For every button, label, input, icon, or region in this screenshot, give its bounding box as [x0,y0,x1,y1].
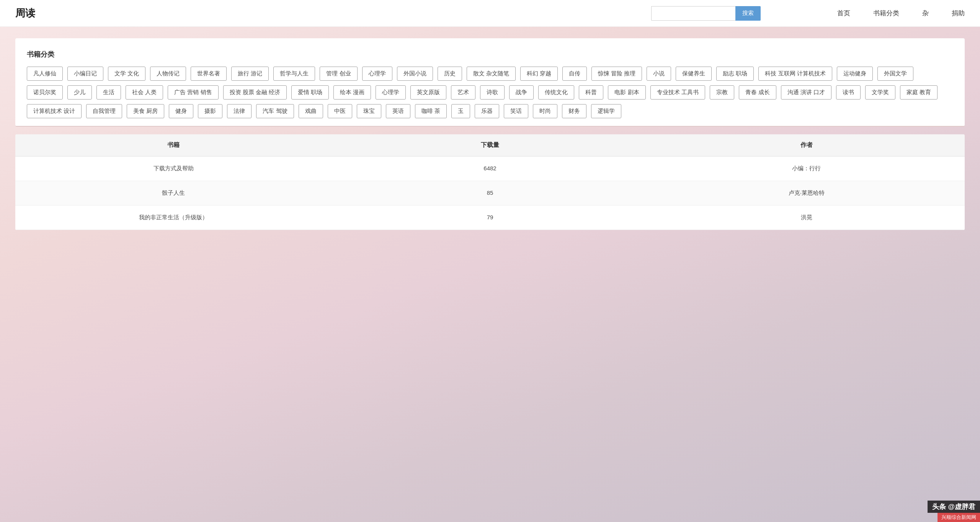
category-tag[interactable]: 戏曲 [299,104,323,118]
category-tag[interactable]: 电影 剧本 [608,85,645,100]
category-tag[interactable]: 逻辑学 [591,104,621,118]
table-header: 书籍 下载量 作者 [15,134,965,157]
category-tag[interactable]: 管理 创业 [320,67,357,81]
cell-book: 骰子人生 [15,181,332,205]
category-tag[interactable]: 科普 [579,85,603,100]
category-tag[interactable]: 家庭 教育 [900,85,938,100]
cell-book: 我的非正常生活（升级版） [15,206,332,230]
site-header: 周读 搜索 首页 书籍分类 杂 捐助 [0,0,980,27]
category-tag[interactable]: 惊悚 冒险 推理 [591,67,642,81]
categories-section: 书籍分类 凡人修仙小编日记文学 文化人物传记世界名著旅行 游记哲学与人生管理 创… [15,38,965,127]
table-row[interactable]: 我的非正常生活（升级版） 79 洪晃 [15,206,965,230]
category-tag[interactable]: 财务 [562,104,586,118]
category-tag[interactable]: 汽车 驾驶 [256,104,294,118]
nav-donate[interactable]: 捐助 [952,9,965,18]
category-tag[interactable]: 笑话 [504,104,528,118]
category-tag[interactable]: 沟通 演讲 口才 [781,85,831,100]
table-row[interactable]: 骰子人生 85 卢克·莱恩哈特 [15,181,965,206]
category-tag[interactable]: 艺术 [451,85,475,100]
category-tag[interactable]: 散文 杂文随笔 [467,67,516,81]
category-tag[interactable]: 小编日记 [67,67,103,81]
search-input[interactable] [651,6,735,21]
category-tag[interactable]: 中医 [328,104,352,118]
category-tag[interactable]: 自我管理 [86,104,122,118]
category-tag[interactable]: 外国文学 [877,67,913,81]
category-tag[interactable]: 励志 职场 [716,67,754,81]
category-tag[interactable]: 凡人修仙 [27,67,63,81]
search-button[interactable]: 搜索 [735,6,761,21]
main-nav: 首页 书籍分类 杂 捐助 [837,9,965,18]
category-tag[interactable]: 自传 [562,67,587,81]
category-tag[interactable]: 生活 [96,85,121,100]
category-tag[interactable]: 少儿 [67,85,92,100]
nav-misc[interactable]: 杂 [922,9,929,18]
col-header-book: 书籍 [15,134,332,156]
category-tag[interactable]: 绘本 漫画 [333,85,371,100]
category-tag[interactable]: 心理学 [362,67,392,81]
cell-downloads: 6482 [332,157,648,181]
category-tag[interactable]: 宗教 [710,85,734,100]
category-tag[interactable]: 广告 营销 销售 [168,85,218,100]
table-row[interactable]: 下载方式及帮助 6482 小编：行行 [15,157,965,181]
category-tag[interactable]: 青春 成长 [739,85,776,100]
category-tag[interactable]: 小说 [647,67,671,81]
category-tag[interactable]: 运动健身 [837,67,873,81]
tags-container: 凡人修仙小编日记文学 文化人物传记世界名著旅行 游记哲学与人生管理 创业心理学外… [27,67,953,118]
cell-author: 小编：行行 [648,157,965,181]
watermark-line1: 头条 @虚胖君 [928,501,980,513]
category-tag[interactable]: 诗歌 [480,85,505,100]
watermark-line2: 兴顺综合新闻网 [938,513,980,522]
category-tag[interactable]: 咖啡 茶 [415,104,447,118]
category-tag[interactable]: 投资 股票 金融 经济 [223,85,287,100]
category-tag[interactable]: 哲学与人生 [273,67,315,81]
col-header-author: 作者 [648,134,965,156]
category-tag[interactable]: 保健养生 [676,67,712,81]
category-tag[interactable]: 世界名著 [191,67,227,81]
category-tag[interactable]: 珠宝 [357,104,381,118]
category-tag[interactable]: 历史 [438,67,462,81]
category-tag[interactable]: 心理学 [376,85,406,100]
watermark: 头条 @虚胖君 兴顺综合新闻网 [928,501,980,522]
category-tag[interactable]: 乐器 [475,104,499,118]
category-tag[interactable]: 外国小说 [397,67,433,81]
categories-title: 书籍分类 [27,50,953,59]
table-body: 下载方式及帮助 6482 小编：行行 骰子人生 85 卢克·莱恩哈特 我的非正常… [15,157,965,230]
main-content: 书籍分类 凡人修仙小编日记文学 文化人物传记世界名著旅行 游记哲学与人生管理 创… [0,27,980,241]
category-tag[interactable]: 社会 人类 [126,85,163,100]
category-tag[interactable]: 摄影 [198,104,222,118]
category-tag[interactable]: 传统文化 [538,85,574,100]
category-tag[interactable]: 科幻 穿越 [520,67,558,81]
category-tag[interactable]: 法律 [227,104,252,118]
category-tag[interactable]: 英文原版 [410,85,446,100]
category-tag[interactable]: 旅行 游记 [231,67,269,81]
category-tag[interactable]: 专业技术 工具书 [650,85,705,100]
cell-author: 洪晃 [648,206,965,230]
cell-downloads: 79 [332,206,648,230]
category-tag[interactable]: 健身 [169,104,193,118]
category-tag[interactable]: 文学奖 [865,85,895,100]
cell-book: 下载方式及帮助 [15,157,332,181]
category-tag[interactable]: 人物传记 [150,67,186,81]
category-tag[interactable]: 读书 [836,85,861,100]
nav-categories[interactable]: 书籍分类 [873,9,899,18]
category-tag[interactable]: 爱情 职场 [291,85,329,100]
category-tag[interactable]: 时尚 [533,104,557,118]
col-header-downloads: 下载量 [332,134,648,156]
category-tag[interactable]: 玉 [451,104,470,118]
category-tag[interactable]: 美食 厨房 [127,104,164,118]
category-tag[interactable]: 文学 文化 [108,67,145,81]
category-tag[interactable]: 战争 [509,85,534,100]
category-tag[interactable]: 科技 互联网 计算机技术 [758,67,832,81]
nav-home[interactable]: 首页 [837,9,850,18]
category-tag[interactable]: 诺贝尔奖 [27,85,63,100]
category-tag[interactable]: 计算机技术 设计 [27,104,82,118]
cell-downloads: 85 [332,181,648,205]
category-tag[interactable]: 英语 [386,104,410,118]
site-logo[interactable]: 周读 [15,7,35,20]
cell-author: 卢克·莱恩哈特 [648,181,965,205]
search-area: 搜索 [651,6,761,21]
books-table: 书籍 下载量 作者 下载方式及帮助 6482 小编：行行 骰子人生 85 卢克·… [15,134,965,230]
